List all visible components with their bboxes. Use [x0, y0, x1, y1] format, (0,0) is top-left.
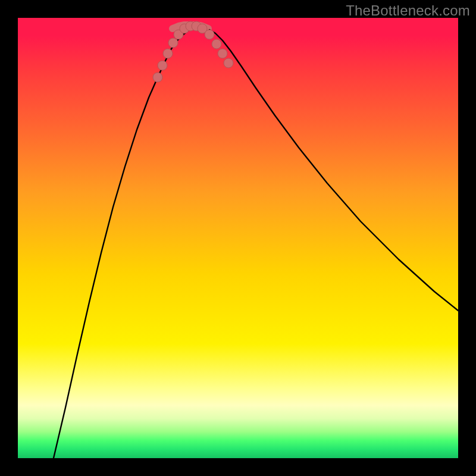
svg-point-2 — [163, 49, 173, 58]
svg-point-9 — [205, 30, 214, 39]
svg-point-10 — [212, 39, 221, 49]
svg-point-3 — [168, 38, 178, 48]
chart-svg — [18, 18, 458, 458]
valley-markers — [153, 21, 233, 82]
chart-frame: TheBottleneck.com — [0, 0, 476, 476]
svg-point-11 — [218, 49, 227, 58]
gradient-plot-area — [18, 18, 458, 458]
bottleneck-curve — [54, 30, 458, 458]
svg-point-12 — [224, 58, 233, 68]
watermark-text: TheBottleneck.com — [346, 2, 470, 19]
svg-point-0 — [153, 73, 162, 82]
svg-point-1 — [158, 61, 167, 70]
